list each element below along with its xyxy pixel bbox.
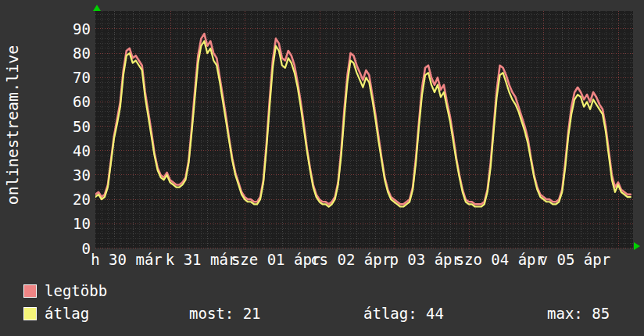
- y-axis-tick-label: 60: [0, 93, 91, 110]
- x-axis-day-label: v 05 ápr: [539, 251, 611, 268]
- y-axis-tick-label: 90: [0, 20, 91, 38]
- y-axis-tick-label: 50: [0, 118, 91, 135]
- plot-area: [95, 11, 633, 248]
- x-axis-arrow-icon: [634, 242, 640, 250]
- x-axis-day-label: cs 02 ápr: [310, 251, 391, 268]
- legend-label-legtobb: legtöbb: [45, 283, 107, 299]
- y-axis-tick-label: 0: [0, 240, 91, 257]
- stat-atlag: átlag: 44: [363, 306, 444, 322]
- y-axis-tick-label: 80: [0, 45, 91, 62]
- legend-swatch-legtobb: [23, 284, 37, 298]
- stat-most: most: 21: [189, 306, 261, 322]
- legend-swatch-atlag: [23, 307, 37, 320]
- x-axis-day-label: szo 04 ápr: [456, 251, 545, 268]
- y-axis-tick-label: 70: [0, 69, 91, 86]
- x-axis-day-label: h 30 már: [91, 251, 163, 268]
- time-series-chart: [95, 11, 633, 248]
- y-axis-tick-label: 30: [0, 166, 91, 184]
- y-axis-tick-label: 20: [0, 191, 91, 208]
- x-axis-day-label: p 03 ápr: [389, 251, 461, 268]
- y-axis-arrow-icon: [93, 5, 101, 11]
- legend-label-atlag: átlag: [45, 306, 89, 322]
- stat-max: max: 85: [547, 306, 610, 322]
- y-axis-tick-label: 10: [0, 215, 91, 232]
- x-axis-day-label: sze 01 ápr: [231, 251, 320, 268]
- x-axis-day-label: k 31 már: [166, 251, 238, 268]
- y-axis-tick-label: 40: [0, 142, 91, 159]
